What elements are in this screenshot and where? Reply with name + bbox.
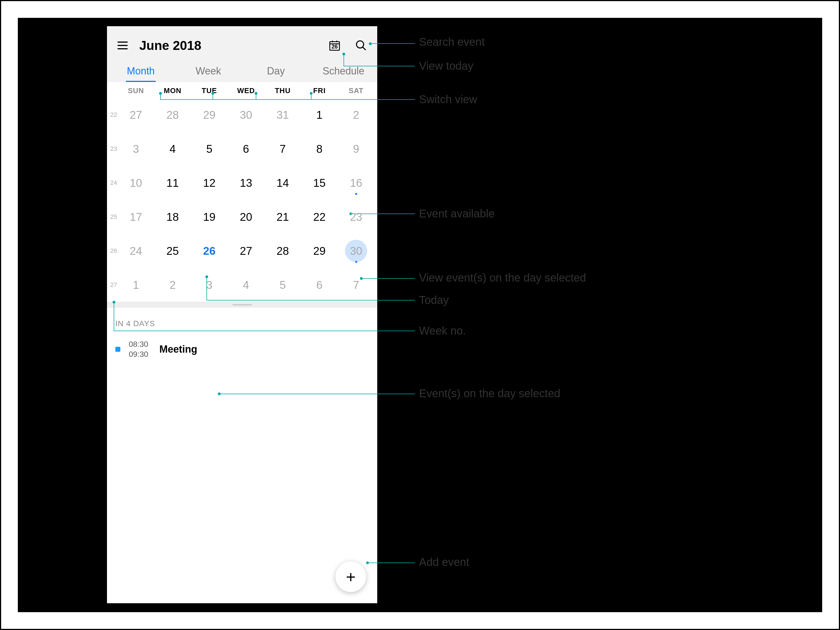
day-cell[interactable]: 14 <box>264 166 301 200</box>
event-color-marker <box>115 347 120 352</box>
day-cell[interactable]: 1 <box>118 268 154 302</box>
callout-search: Search event <box>419 36 485 48</box>
day-cell[interactable]: 7 <box>264 132 301 166</box>
day-cell[interactable]: 11 <box>154 166 191 200</box>
event-item[interactable]: 08:30 09:30 Meeting <box>115 339 369 359</box>
day-cell[interactable]: 8 <box>301 132 338 166</box>
calendar-screen: June 2018 26 Month Week Day Schedule SUN… <box>107 26 377 603</box>
day-cell[interactable]: 23 <box>338 200 374 234</box>
menu-icon[interactable] <box>117 40 128 51</box>
tab-week[interactable]: Week <box>175 62 242 82</box>
tab-day[interactable]: Day <box>242 62 310 82</box>
event-title: Meeting <box>159 343 197 355</box>
event-dot <box>355 193 357 195</box>
callout-switch: Switch view <box>419 93 477 106</box>
day-cell[interactable]: 10 <box>118 166 154 200</box>
day-cell[interactable]: 29 <box>191 98 227 132</box>
day-cell[interactable]: 25 <box>154 234 191 268</box>
day-cell[interactable]: 15 <box>301 166 338 200</box>
day-cell[interactable]: 17 <box>118 200 154 234</box>
day-cell[interactable]: 22 <box>301 200 338 234</box>
today-badge-number: 26 <box>328 43 341 50</box>
weekday-tue: TUE <box>191 86 227 95</box>
week-number: 25 <box>110 213 118 220</box>
month-year-title[interactable]: June 2018 <box>139 38 328 53</box>
day-cell[interactable]: 29 <box>301 234 338 268</box>
day-cell[interactable]: 27 <box>118 98 154 132</box>
week-number: 27 <box>110 281 118 288</box>
callout-event-available: Event available <box>419 207 494 220</box>
weekday-header: SUN MON TUE WED THU FRI SAT <box>107 82 377 98</box>
day-cell[interactable]: 24 <box>118 234 154 268</box>
callout-events-selected: Event(s) on the day selected <box>419 387 560 400</box>
day-cell[interactable]: 28 <box>264 234 301 268</box>
plus-icon: + <box>346 567 355 587</box>
day-cell[interactable]: 6 <box>301 268 338 302</box>
week-number: 22 <box>110 111 118 119</box>
week-row: 271234567 <box>110 268 374 302</box>
day-cell[interactable]: 5 <box>191 132 227 166</box>
weekday-sun: SUN <box>118 86 154 95</box>
callout-weekno: Week no. <box>419 324 466 337</box>
week-row: 2517181920212223 <box>110 200 374 234</box>
week-row: 22272829303112 <box>110 98 374 132</box>
weekday-thu: THU <box>264 86 301 95</box>
drag-handle[interactable] <box>107 302 377 307</box>
week-number: 26 <box>110 247 118 255</box>
view-today-button[interactable]: 26 <box>328 39 341 52</box>
callout-today: View today <box>419 60 473 72</box>
day-cell[interactable]: 16 <box>338 166 374 200</box>
week-row: 2410111213141516 <box>110 166 374 200</box>
event-time: 08:30 09:30 <box>129 339 148 359</box>
add-event-button[interactable]: + <box>335 562 366 592</box>
week-number: 23 <box>110 145 118 152</box>
callout-today-label: Today <box>419 294 449 306</box>
day-cell[interactable]: 30 <box>227 98 264 132</box>
day-cell[interactable]: 28 <box>154 98 191 132</box>
day-cell[interactable]: 20 <box>227 200 264 234</box>
day-cell[interactable]: 6 <box>227 132 264 166</box>
month-grid: 2227282930311223345678924101112131415162… <box>107 98 377 302</box>
svg-point-4 <box>357 41 364 48</box>
agenda-header: IN 4 DAYS <box>115 319 369 328</box>
week-number: 24 <box>110 179 118 187</box>
callout-view-events: View event(s) on the day selected <box>419 272 586 284</box>
day-cell[interactable]: 1 <box>301 98 338 132</box>
week-row: 2624252627282930 <box>110 234 374 268</box>
day-cell[interactable]: 9 <box>338 132 374 166</box>
day-cell[interactable]: 3 <box>191 268 227 302</box>
callout-add: Add event <box>419 556 469 568</box>
day-cell[interactable]: 21 <box>264 200 301 234</box>
day-cell[interactable]: 4 <box>154 132 191 166</box>
weekday-sat: SAT <box>338 86 374 95</box>
day-cell[interactable]: 18 <box>154 200 191 234</box>
weekday-fri: FRI <box>301 86 338 95</box>
day-cell[interactable]: 12 <box>191 166 227 200</box>
day-cell[interactable]: 26 <box>191 234 227 268</box>
day-cell[interactable]: 2 <box>338 98 374 132</box>
weekday-wed: WED <box>227 86 264 95</box>
day-cell[interactable]: 2 <box>154 268 191 302</box>
day-cell[interactable]: 27 <box>227 234 264 268</box>
day-cell[interactable]: 30 <box>338 234 374 268</box>
day-cell[interactable]: 3 <box>118 132 154 166</box>
day-cell[interactable]: 5 <box>264 268 301 302</box>
agenda-panel: IN 4 DAYS 08:30 09:30 Meeting + <box>107 307 377 603</box>
day-cell[interactable]: 13 <box>227 166 264 200</box>
day-cell[interactable]: 19 <box>191 200 227 234</box>
view-tabs: Month Week Day Schedule <box>107 57 377 82</box>
svg-line-5 <box>363 47 366 50</box>
header: June 2018 26 <box>107 26 377 57</box>
tab-month[interactable]: Month <box>107 62 175 82</box>
day-cell[interactable]: 7 <box>338 268 374 302</box>
day-cell[interactable]: 31 <box>264 98 301 132</box>
week-row: 233456789 <box>110 132 374 166</box>
event-dot <box>355 261 357 263</box>
search-icon[interactable] <box>355 39 367 52</box>
day-cell[interactable]: 4 <box>227 268 264 302</box>
